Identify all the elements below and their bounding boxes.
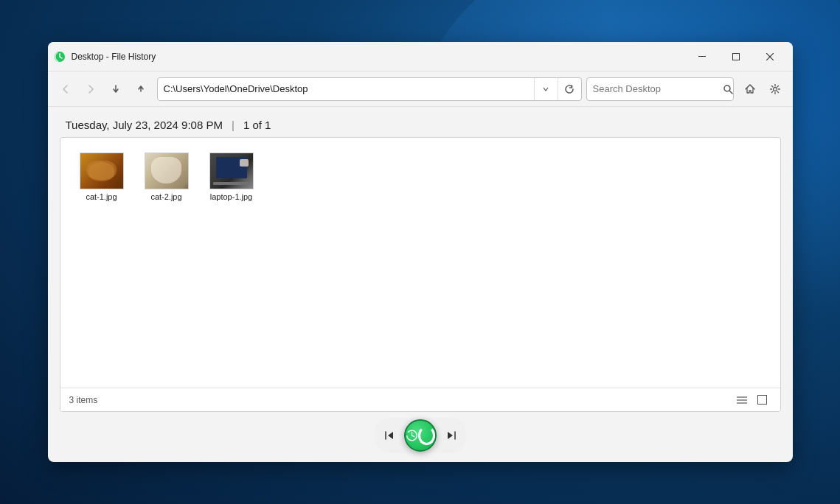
view-controls bbox=[733, 391, 771, 409]
toolbar-right bbox=[738, 77, 787, 101]
svg-point-5 bbox=[724, 85, 730, 91]
search-button[interactable] bbox=[723, 77, 733, 101]
title-bar-text: Desktop - File History bbox=[72, 52, 685, 62]
app-icon bbox=[54, 51, 66, 63]
file-thumbnail-cat2 bbox=[145, 153, 189, 189]
first-version-button[interactable] bbox=[376, 422, 403, 449]
search-input[interactable] bbox=[587, 83, 723, 94]
recent-locations-button[interactable] bbox=[104, 77, 128, 101]
file-name-cat2: cat-2.jpg bbox=[150, 192, 181, 202]
list-item[interactable]: laptop-1.jpg bbox=[202, 150, 261, 205]
list-item[interactable]: cat-1.jpg bbox=[72, 150, 131, 205]
minimize-button[interactable] bbox=[685, 45, 719, 69]
svg-rect-1 bbox=[698, 56, 706, 57]
gear-icon bbox=[769, 83, 781, 95]
home-button[interactable] bbox=[738, 77, 762, 101]
restore-icon bbox=[406, 428, 418, 443]
grid-view-button[interactable] bbox=[754, 391, 771, 409]
file-history-icon bbox=[54, 51, 66, 63]
file-thumbnail-laptop bbox=[209, 153, 254, 189]
recent-locations-icon bbox=[112, 84, 119, 94]
file-history-window: Desktop - File History bbox=[48, 42, 793, 462]
file-grid: cat-1.jpg cat-2.jpg bbox=[60, 138, 780, 388]
address-input[interactable] bbox=[158, 78, 534, 100]
nav-control-group bbox=[375, 418, 466, 453]
file-name-cat1: cat-1.jpg bbox=[86, 192, 117, 202]
skip-back-icon bbox=[384, 430, 395, 441]
date-text: Tuesday, July 23, 2024 9:08 PM bbox=[66, 119, 223, 131]
content-area: Tuesday, July 23, 2024 9:08 PM | 1 of 1 … bbox=[48, 107, 793, 462]
up-icon bbox=[136, 84, 146, 94]
forward-button[interactable] bbox=[79, 77, 103, 101]
search-icon bbox=[723, 84, 733, 94]
grid-view-icon bbox=[757, 395, 767, 405]
title-bar-controls bbox=[685, 45, 787, 69]
chevron-down-icon bbox=[543, 86, 549, 92]
restore-version-button[interactable] bbox=[404, 419, 437, 452]
list-item[interactable]: cat-2.jpg bbox=[137, 150, 196, 205]
toolbar bbox=[48, 71, 793, 107]
file-area: cat-1.jpg cat-2.jpg bbox=[60, 137, 781, 412]
search-container bbox=[586, 77, 734, 101]
date-header: Tuesday, July 23, 2024 9:08 PM | 1 of 1 bbox=[48, 107, 793, 137]
list-view-button[interactable] bbox=[733, 391, 751, 409]
file-thumbnail-cat1 bbox=[80, 153, 124, 189]
svg-line-6 bbox=[729, 91, 732, 94]
svg-rect-2 bbox=[732, 53, 739, 60]
title-bar: Desktop - File History bbox=[48, 42, 793, 71]
home-icon bbox=[744, 83, 756, 95]
address-bar-dropdown[interactable] bbox=[534, 77, 558, 101]
refresh-icon bbox=[564, 84, 575, 94]
forward-icon bbox=[86, 84, 96, 94]
list-view-icon bbox=[737, 396, 747, 405]
items-count: 3 items bbox=[69, 395, 98, 405]
bottom-nav bbox=[48, 412, 793, 462]
status-bar: 3 items bbox=[60, 388, 780, 411]
refresh-button[interactable] bbox=[558, 77, 581, 101]
up-button[interactable] bbox=[129, 77, 153, 101]
version-text: 1 of 1 bbox=[243, 119, 271, 131]
back-button[interactable] bbox=[54, 77, 77, 101]
svg-point-7 bbox=[773, 87, 777, 91]
skip-forward-icon bbox=[446, 430, 457, 441]
svg-rect-11 bbox=[758, 396, 767, 405]
file-name-laptop: laptop-1.jpg bbox=[210, 192, 253, 202]
address-bar[interactable] bbox=[157, 77, 582, 101]
settings-button[interactable] bbox=[763, 77, 787, 101]
back-icon bbox=[60, 84, 71, 94]
last-version-button[interactable] bbox=[438, 422, 465, 449]
close-button[interactable] bbox=[753, 45, 787, 69]
restore-button[interactable] bbox=[719, 45, 753, 69]
separator: | bbox=[232, 119, 235, 131]
